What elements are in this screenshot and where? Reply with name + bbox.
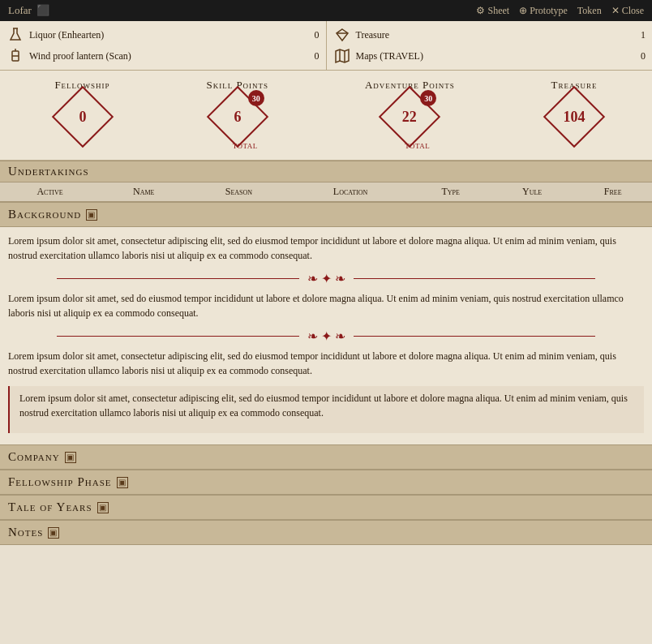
item-count-maps: 0 xyxy=(629,50,646,62)
ornament-line-right-2 xyxy=(354,336,596,337)
tale-of-years-header[interactable]: Tale of Years ▣ xyxy=(0,495,652,520)
background-expand-icon: ▣ xyxy=(86,209,97,221)
title-icon: ⬛ xyxy=(36,4,49,17)
item-name-liquor: Liquor (Enhearten) xyxy=(29,29,298,41)
fellowship-diamond-container: 0 xyxy=(61,95,105,139)
list-item: Treasure 1 xyxy=(333,24,646,45)
undertakings-table: Active Name Season Location Type Yule Fr… xyxy=(0,182,652,202)
adventure-points-total: TOTAL xyxy=(405,142,430,150)
adventure-points-diamond-container: 22 30 TOTAL xyxy=(388,95,431,139)
undertakings-title: Undertakings xyxy=(8,165,89,178)
background-para-4: Lorem ipsum dolor sit amet, consectetur … xyxy=(19,391,634,420)
token-button[interactable]: Token xyxy=(577,5,602,17)
close-button[interactable]: ✕ Close xyxy=(611,5,644,17)
ornament-line-left xyxy=(57,278,299,279)
item-name-lantern: Wind proof lantern (Scan) xyxy=(29,50,298,62)
background-quote: Lorem ipsum dolor sit amet, consectetur … xyxy=(8,386,644,433)
notes-expand-icon: ▣ xyxy=(48,527,59,539)
fellowship-value: 0 xyxy=(79,109,86,126)
ornament-center-symbol: ❧ ✦ ❧ xyxy=(307,271,345,286)
treasure-diamond-container: 104 xyxy=(552,95,596,139)
svg-marker-5 xyxy=(336,49,349,62)
treasure-diamond[interactable]: 104 xyxy=(543,86,605,148)
skill-points-total: TOTAL xyxy=(233,142,258,150)
fellowship-phase-header[interactable]: Fellowship Phase ▣ xyxy=(0,470,652,495)
items-col-left: Liquor (Enhearten) 0 Wind proof lantern … xyxy=(0,21,327,70)
svg-marker-3 xyxy=(337,29,348,41)
items-col-right: Treasure 1 Maps (TRAVEL) 0 xyxy=(327,21,653,70)
stat-skill-points: Skill Points 6 30 TOTAL xyxy=(206,79,268,152)
lantern-icon xyxy=(6,47,24,65)
list-item: Liquor (Enhearten) 0 xyxy=(6,24,320,45)
stat-fellowship: Fellowship 0 xyxy=(54,79,109,139)
sheet-button[interactable]: ⚙ Sheet xyxy=(476,5,509,17)
gem-icon xyxy=(333,26,351,44)
background-para-2: Lorem ipsum dolor sit amet, sed do eiusm… xyxy=(8,291,644,320)
fellowship-phase-expand-icon: ▣ xyxy=(117,477,128,488)
item-count-lantern: 0 xyxy=(303,50,320,62)
col-type: Type xyxy=(411,182,491,202)
company-title: Company xyxy=(8,450,60,464)
list-item: Wind proof lantern (Scan) 0 xyxy=(6,45,320,67)
item-count-liquor: 0 xyxy=(303,29,320,41)
title-bar: Lofar ⬛ ⚙ Sheet ⊕ Prototype Token ✕ Clos… xyxy=(0,0,652,21)
col-free: Free xyxy=(573,182,652,202)
ornament-line-left-2 xyxy=(57,336,299,337)
map-icon xyxy=(333,47,351,65)
fellowship-diamond[interactable]: 0 xyxy=(51,86,113,148)
col-location: Location xyxy=(290,182,410,202)
stats-row: Fellowship 0 Skill Points 6 30 TOTAL Adv… xyxy=(0,71,652,161)
ornament-divider-1: ❧ ✦ ❧ xyxy=(57,271,595,286)
undertakings-header: Undertakings xyxy=(0,161,652,182)
stat-treasure: Treasure 104 xyxy=(551,79,598,139)
ornament-center-symbol-2: ❧ ✦ ❧ xyxy=(307,328,345,344)
item-name-maps: Maps (TRAVEL) xyxy=(356,50,625,62)
skill-points-badge: 30 xyxy=(248,90,264,106)
col-name: Name xyxy=(100,182,187,202)
prototype-button[interactable]: ⊕ Prototype xyxy=(519,5,568,17)
item-name-treasure: Treasure xyxy=(356,29,625,41)
notes-header[interactable]: Notes ▣ xyxy=(0,520,652,545)
ornament-line-right xyxy=(354,278,596,279)
notes-title: Notes xyxy=(8,526,43,539)
company-expand-icon: ▣ xyxy=(65,452,76,463)
background-header[interactable]: Background ▣ xyxy=(0,202,652,227)
tale-of-years-title: Tale of Years xyxy=(8,500,92,514)
company-header[interactable]: Company ▣ xyxy=(0,444,652,470)
item-count-treasure: 1 xyxy=(629,29,646,41)
stat-adventure-points: Adventure Points 22 30 TOTAL xyxy=(365,79,455,152)
adventure-points-value: 22 xyxy=(402,109,417,126)
background-title: Background xyxy=(8,208,81,221)
fellowship-phase-title: Fellowship Phase xyxy=(8,475,112,489)
col-active: Active xyxy=(0,182,100,202)
list-item: Maps (TRAVEL) 0 xyxy=(333,45,646,67)
ornament-divider-2: ❧ ✦ ❧ xyxy=(57,328,595,344)
title-bar-right: ⚙ Sheet ⊕ Prototype Token ✕ Close xyxy=(476,5,644,17)
treasure-value: 104 xyxy=(564,109,586,126)
skill-points-value: 6 xyxy=(234,109,241,126)
table-header-row: Active Name Season Location Type Yule Fr… xyxy=(0,182,652,202)
background-para-1: Lorem ipsum dolor sit amet, consectetur … xyxy=(8,234,644,263)
col-season: Season xyxy=(187,182,290,202)
app-title: Lofar xyxy=(8,4,32,17)
tale-of-years-expand-icon: ▣ xyxy=(97,502,109,513)
col-yule: Yule xyxy=(491,182,574,202)
flask-icon xyxy=(6,26,24,44)
main-content: Liquor (Enhearten) 0 Wind proof lantern … xyxy=(0,21,652,545)
title-bar-left: Lofar ⬛ xyxy=(8,4,49,17)
background-para-3: Lorem ipsum dolor sit amet, consectetur … xyxy=(8,349,644,378)
background-content: Lorem ipsum dolor sit amet, consectetur … xyxy=(0,227,652,444)
adventure-points-badge: 30 xyxy=(420,90,436,106)
items-row: Liquor (Enhearten) 0 Wind proof lantern … xyxy=(0,21,652,71)
skill-points-diamond-container: 6 30 TOTAL xyxy=(216,95,260,139)
